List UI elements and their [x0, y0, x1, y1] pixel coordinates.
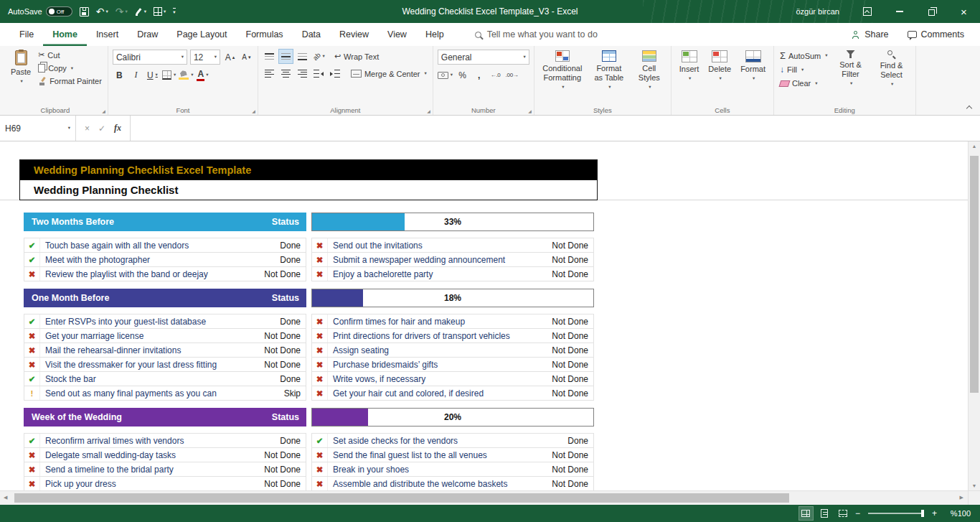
- tab-data[interactable]: Data: [293, 23, 330, 46]
- task-row[interactable]: ✖ Write vows, if necessary Not Done: [312, 372, 593, 386]
- tab-page-layout[interactable]: Page Layout: [167, 23, 236, 46]
- percent-style-button[interactable]: %: [456, 68, 469, 82]
- fill-color-button[interactable]: ▾: [179, 68, 193, 82]
- align-right-button[interactable]: [296, 67, 309, 80]
- comma-style-button[interactable]: ,: [472, 68, 486, 82]
- ribbon-display-options-button[interactable]: [851, 0, 883, 23]
- task-row[interactable]: ✖ Send out the invitations Not Done: [312, 238, 593, 253]
- accounting-format-button[interactable]: ▾: [438, 68, 453, 82]
- page-break-view-button[interactable]: [837, 507, 850, 520]
- task-row[interactable]: ✖ Assemble and distribute the welcome ba…: [312, 477, 593, 490]
- decrease-decimal-button[interactable]: .00→: [505, 68, 519, 82]
- zoom-out-button[interactable]: −: [855, 509, 860, 518]
- font-family-select[interactable]: Calibri▾: [113, 50, 187, 65]
- align-middle-button[interactable]: [279, 50, 293, 63]
- increase-font-size-button[interactable]: A▴: [223, 50, 237, 64]
- task-row[interactable]: ✖ Print directions for drivers of transp…: [312, 329, 593, 343]
- format-cells-button[interactable]: Format ▾: [737, 48, 769, 104]
- undo-button[interactable]: ↶▾: [96, 6, 108, 17]
- tab-insert[interactable]: Insert: [87, 23, 128, 46]
- scroll-down-icon[interactable]: ▼: [969, 483, 980, 488]
- horizontal-scrollbar[interactable]: ◀ ▶: [0, 490, 968, 505]
- task-row[interactable]: ✖ Submit a newspaper wedding announcemen…: [312, 253, 593, 267]
- tell-me-search[interactable]: Tell me what you want to do: [475, 29, 598, 39]
- task-row[interactable]: ✔ Enter RSVPs into your guest-list datab…: [24, 314, 306, 329]
- alignment-dialog-launcher[interactable]: ◢: [427, 109, 430, 113]
- task-row[interactable]: ✖ Get your marriage license Not Done: [24, 329, 306, 343]
- scroll-left-icon[interactable]: ◀: [4, 495, 7, 500]
- align-center-button[interactable]: [279, 67, 293, 80]
- banner-subtitle-row[interactable]: Wedding Planning Checklist: [20, 180, 597, 200]
- task-row[interactable]: ✖ Get your hair cut and colored, if desi…: [312, 386, 593, 401]
- save-button[interactable]: [80, 7, 89, 17]
- align-bottom-button[interactable]: [296, 50, 309, 63]
- normal-view-button[interactable]: [799, 507, 813, 520]
- bold-button[interactable]: B: [113, 68, 126, 82]
- merge-center-button[interactable]: Merge & Center▾: [349, 69, 428, 79]
- tab-file[interactable]: File: [10, 23, 43, 46]
- section-header[interactable]: One Month Before Status: [24, 289, 306, 307]
- font-dialog-launcher[interactable]: ◢: [252, 109, 255, 113]
- align-left-button[interactable]: [263, 67, 276, 80]
- number-dialog-launcher[interactable]: ◢: [528, 109, 532, 113]
- increase-decimal-button[interactable]: ←.0: [489, 68, 502, 82]
- task-row[interactable]: ✔ Meet with the photographer Done: [24, 253, 306, 267]
- font-color-button[interactable]: A▾: [196, 68, 209, 82]
- customize-quick-access-toolbar-button[interactable]: ▾: [173, 8, 175, 15]
- tab-view[interactable]: View: [378, 23, 416, 46]
- zoom-in-button[interactable]: +: [932, 509, 937, 518]
- qat-pen-button[interactable]: ▾: [135, 8, 146, 16]
- task-row[interactable]: ✖ Assign seating Not Done: [312, 343, 593, 358]
- decrease-indent-button[interactable]: [312, 67, 326, 80]
- font-size-select[interactable]: 12▾: [190, 50, 220, 65]
- section-header[interactable]: Two Months Before Status: [24, 213, 306, 231]
- italic-button[interactable]: I: [129, 68, 143, 82]
- cancel-icon[interactable]: ×: [85, 123, 90, 134]
- autosave-toggle[interactable]: AutoSave Off: [8, 6, 72, 17]
- task-row[interactable]: ✖ Visit the dressmaker for your last dre…: [24, 358, 306, 372]
- cell-styles-button[interactable]: Cell Styles ▾: [632, 48, 666, 104]
- paste-button[interactable]: Paste ▾: [7, 48, 34, 104]
- decrease-font-size-button[interactable]: A▾: [240, 50, 253, 64]
- format-as-table-button[interactable]: Format as Table ▾: [588, 48, 630, 104]
- comments-button[interactable]: Comments: [900, 27, 971, 42]
- restore-button[interactable]: [915, 0, 948, 23]
- cut-button[interactable]: ✂Cut: [37, 50, 103, 60]
- task-row[interactable]: ✖ Send a timeline to the bridal party No…: [24, 462, 306, 477]
- account-user-name[interactable]: özgür bircan: [796, 7, 839, 16]
- delete-cells-button[interactable]: Delete ▾: [705, 48, 735, 104]
- task-row[interactable]: ✖ Review the playlist with the band or d…: [24, 267, 306, 281]
- sort-filter-button[interactable]: Sort & Filter ▾: [831, 48, 870, 104]
- task-row[interactable]: ✔ Set aside checks for the vendors Done: [312, 434, 593, 448]
- tab-home[interactable]: Home: [43, 23, 87, 46]
- tab-draw[interactable]: Draw: [128, 23, 167, 46]
- underline-button[interactable]: U▾: [146, 68, 159, 82]
- scroll-up-icon[interactable]: ▲: [969, 144, 980, 149]
- vertical-scrollbar-thumb[interactable]: [970, 156, 979, 393]
- banner-title-row[interactable]: Wedding Planning Checklist Excel Templat…: [20, 160, 597, 180]
- task-row[interactable]: ✔ Reconfirm arrival times with vendors D…: [24, 434, 306, 448]
- clear-button[interactable]: Clear▾: [778, 78, 829, 88]
- align-top-button[interactable]: [263, 50, 276, 63]
- tab-formulas[interactable]: Formulas: [237, 23, 293, 46]
- task-row[interactable]: ✖ Pick up your dress Not Done: [24, 477, 306, 490]
- zoom-slider-thumb[interactable]: [921, 510, 924, 517]
- task-row[interactable]: ✖ Confirm times for hair and makeup Not …: [312, 314, 593, 329]
- enter-check-icon[interactable]: ✓: [98, 123, 105, 134]
- section-header[interactable]: Week of the Wedding Status: [24, 408, 306, 427]
- clipboard-dialog-launcher[interactable]: ◢: [102, 109, 105, 113]
- find-select-button[interactable]: Find & Select ▾: [872, 48, 911, 104]
- tab-help[interactable]: Help: [416, 23, 453, 46]
- increase-indent-button[interactable]: [329, 67, 342, 80]
- borders-button[interactable]: ▾: [162, 68, 176, 82]
- task-row[interactable]: ✖ Enjoy a bachelorette party Not Done: [312, 267, 593, 281]
- horizontal-scrollbar-thumb[interactable]: [14, 493, 789, 503]
- conditional-formatting-button[interactable]: Conditional Formatting ▾: [539, 48, 586, 104]
- formula-input[interactable]: [131, 116, 980, 141]
- zoom-level[interactable]: %100: [948, 509, 971, 518]
- vertical-scrollbar[interactable]: ▲ ▼: [968, 141, 980, 490]
- spreadsheet-area[interactable]: Wedding Planning Checklist Excel Templat…: [0, 141, 968, 490]
- minimize-button[interactable]: [883, 0, 915, 23]
- tab-review[interactable]: Review: [330, 23, 378, 46]
- task-row[interactable]: ✔ Touch base again with all the vendors …: [24, 238, 306, 253]
